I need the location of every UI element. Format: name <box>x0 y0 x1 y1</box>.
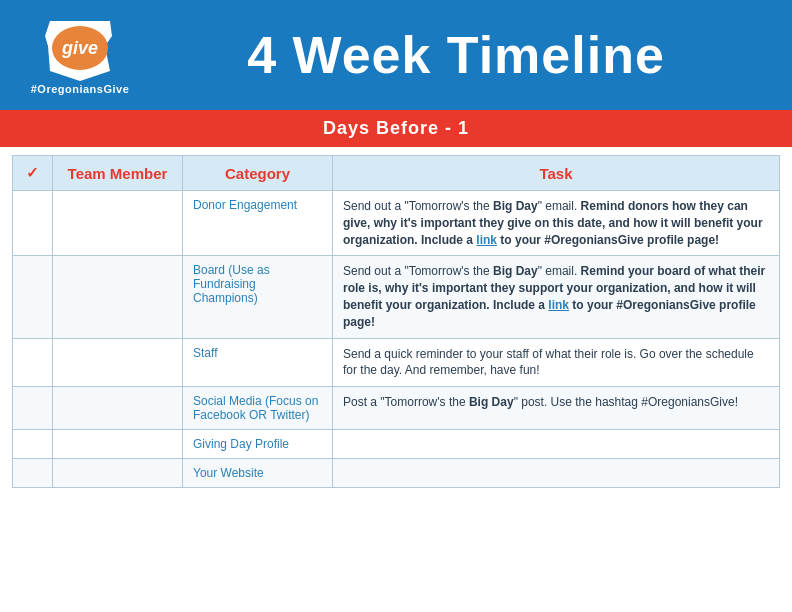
hashtag-label: #OregoniansGive <box>31 83 130 95</box>
table-row: Board (Use as Fundraising Champions)Send… <box>13 256 780 338</box>
give-logo: give <box>40 16 120 81</box>
task-cell: Send out a "Tomorrow's the Big Day" emai… <box>333 191 780 256</box>
logo-area: give #OregoniansGive <box>20 16 140 95</box>
table-row: Giving Day Profile <box>13 430 780 459</box>
table-wrapper: ✓ Team Member Category Task Donor Engage… <box>0 147 792 496</box>
col-team-member: Team Member <box>53 156 183 191</box>
check-cell[interactable] <box>13 338 53 387</box>
category-cell: Board (Use as Fundraising Champions) <box>183 256 333 338</box>
category-cell: Donor Engagement <box>183 191 333 256</box>
table-row: Social Media (Focus on Facebook OR Twitt… <box>13 387 780 430</box>
category-cell: Your Website <box>183 459 333 488</box>
check-cell[interactable] <box>13 430 53 459</box>
task-cell: Post a "Tomorrow's the Big Day" post. Us… <box>333 387 780 430</box>
category-cell: Giving Day Profile <box>183 430 333 459</box>
check-cell[interactable] <box>13 459 53 488</box>
task-cell <box>333 459 780 488</box>
team-member-cell <box>53 256 183 338</box>
check-cell[interactable] <box>13 256 53 338</box>
col-check: ✓ <box>13 156 53 191</box>
team-member-cell <box>53 338 183 387</box>
table-header-row: ✓ Team Member Category Task <box>13 156 780 191</box>
col-category: Category <box>183 156 333 191</box>
check-cell[interactable] <box>13 387 53 430</box>
days-before-bar: Days Before - 1 <box>0 110 792 147</box>
category-cell: Staff <box>183 338 333 387</box>
col-task: Task <box>333 156 780 191</box>
team-member-cell <box>53 191 183 256</box>
table-row: Donor EngagementSend out a "Tomorrow's t… <box>13 191 780 256</box>
table-row: Your Website <box>13 459 780 488</box>
task-cell <box>333 430 780 459</box>
team-member-cell <box>53 387 183 430</box>
timeline-table: ✓ Team Member Category Task Donor Engage… <box>12 155 780 488</box>
category-cell: Social Media (Focus on Facebook OR Twitt… <box>183 387 333 430</box>
task-cell: Send a quick reminder to your staff of w… <box>333 338 780 387</box>
check-cell[interactable] <box>13 191 53 256</box>
header: give #OregoniansGive 4 Week Timeline <box>0 0 792 110</box>
table-row: StaffSend a quick reminder to your staff… <box>13 338 780 387</box>
team-member-cell <box>53 459 183 488</box>
team-member-cell <box>53 430 183 459</box>
page-title: 4 Week Timeline <box>140 25 772 85</box>
svg-text:give: give <box>61 38 98 58</box>
task-cell: Send out a "Tomorrow's the Big Day" emai… <box>333 256 780 338</box>
